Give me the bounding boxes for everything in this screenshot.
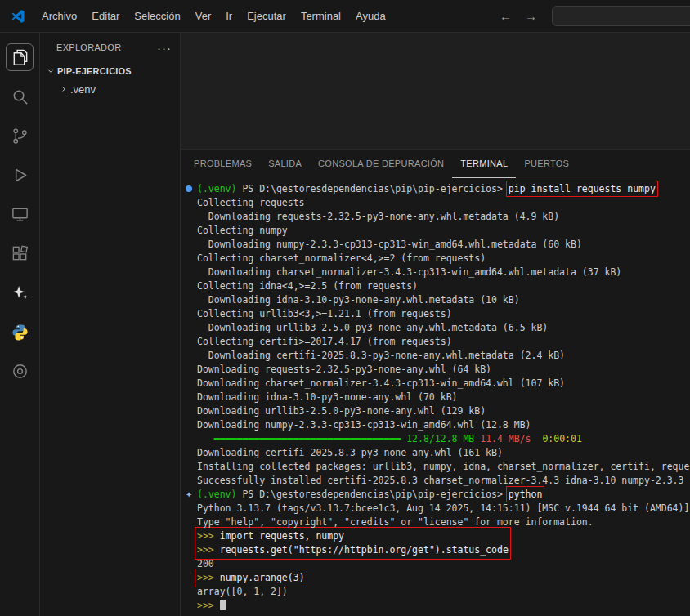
panel-tab-problemas[interactable]: PROBLEMAS (186, 150, 260, 178)
terminal-line: (.venv) PS D:\gestoresdependencias\pip\p… (197, 182, 690, 196)
menu-terminal[interactable]: Terminal (293, 7, 348, 25)
terminal-text: Successfully installed certifi-2025.8.3 … (197, 475, 683, 486)
terminal-text: Collecting idna<4,>=2.5 (from requests) (197, 280, 418, 292)
terminal-text: Python 3.13.7 (tags/v3.13.7:bcee1c3, Aug… (197, 502, 689, 514)
folder-pip-ejercicios[interactable]: PIP-EJERCICIOS (40, 62, 180, 80)
python-extension-icon[interactable] (0, 312, 39, 351)
terminal-line: ✦(.venv) PS D:\gestoresdependencias\pip\… (197, 488, 690, 502)
annotated-command-text: pip install requests numpy (509, 183, 656, 194)
back-icon[interactable]: ← (500, 9, 512, 23)
search-icon[interactable] (0, 77, 39, 116)
terminal-line: >>> (197, 599, 690, 613)
menu-ir[interactable]: Ir (218, 7, 240, 25)
more-actions-icon[interactable]: ··· (157, 41, 172, 55)
terminal-text: Installing collected packages: urllib3, … (197, 461, 689, 472)
terminal-line: Type "help", "copyright", "credits" or "… (197, 516, 690, 529)
menu-ver[interactable]: Ver (188, 7, 219, 25)
vscode-window: ArchivoEditarSelecciónVerIrEjecutarTermi… (0, 0, 690, 616)
nav-arrows: ← → (500, 9, 552, 23)
folder-venv[interactable]: .venv (40, 80, 180, 98)
terminal-text: requests.get("https://httpbin.org/get").… (220, 544, 509, 556)
terminal-line: Collecting charset_normalizer<4,>=2 (fro… (197, 252, 690, 266)
terminal-line: Downloading charset_normalizer-3.4.3-cp3… (197, 377, 690, 391)
terminal-text: (.venv) (197, 489, 236, 500)
terminal-line: Downloading charset_normalizer-3.4.3-cp3… (197, 266, 690, 279)
terminal-text: ━━━━━━━━━━━━━━━━━━━━━━━━━━━━━━━━━ (214, 433, 401, 444)
panel-tab-consola-de-depuracio-n[interactable]: CONSOLA DE DEPURACIÓN (310, 150, 452, 178)
terminal-line: Downloading urllib3-2.5.0-py3-none-any.w… (197, 321, 690, 335)
extension-misc-icon[interactable] (0, 351, 39, 391)
terminal-text (197, 433, 214, 444)
terminal-line: 200 (197, 557, 690, 571)
command-center-search[interactable] (552, 6, 690, 26)
terminal-text: PS D:\gestoresdependencias\pip\pip-ejerc… (236, 183, 508, 194)
panel-tabs: PROBLEMASSALIDACONSOLA DE DEPURACIÓNTERM… (181, 150, 690, 178)
menu-ejecutar[interactable]: Ejecutar (240, 7, 293, 25)
terminal-text: Downloading certifi-2025.8.3-py3-none-an… (197, 350, 565, 361)
terminal-cursor (220, 600, 226, 610)
terminal-line: array([0, 1, 2]) (197, 585, 690, 599)
terminal-text: import requests, numpy (220, 530, 344, 542)
terminal-line: Downloading certifi-2025.8.3-py3-none-an… (197, 349, 690, 363)
terminal-text: Downloading requests-2.32.5-py3-none-any… (197, 211, 559, 222)
terminal-line: >>> requests.get("https://httpbin.org/ge… (197, 543, 509, 557)
menu-archivo[interactable]: Archivo (34, 7, 84, 25)
main-area: PROBLEMASSALIDACONSOLA DE DEPURACIÓNTERM… (181, 33, 690, 616)
terminal-line: Downloading certifi-2025.8.3-py3-none-an… (197, 446, 690, 460)
terminal-text: Downloading charset_normalizer-3.4.3-cp3… (197, 266, 621, 278)
panel-tab-puertos[interactable]: PUERTOS (516, 150, 577, 178)
terminal-text: 0:00:01 (531, 433, 582, 444)
panel-tab-terminal[interactable]: TERMINAL (452, 150, 516, 178)
terminal-text: Downloading numpy-2.3.3-cp313-cp313-win_… (197, 239, 582, 250)
activity-bar (0, 33, 40, 616)
terminal-line: Downloading requests-2.32.5-py3-none-any… (197, 363, 690, 377)
command-decoration-circle-icon[interactable] (186, 185, 192, 192)
terminal-line: Downloading numpy-2.3.3-cp313-cp313-win_… (197, 418, 690, 432)
terminal-line: Collecting certifi>=2017.4.17 (from requ… (197, 335, 690, 349)
vscode-logo-icon (10, 8, 26, 25)
explorer-icon[interactable] (0, 38, 39, 77)
terminal-text: numpy.arange(3) (220, 572, 305, 583)
chevron-right-icon (57, 85, 70, 93)
remote-explorer-icon[interactable] (0, 194, 39, 234)
terminal-text: Downloading idna-3.10-py3-none-any.whl.m… (197, 294, 520, 306)
terminal-text: Downloading charset_normalizer-3.4.3-cp3… (197, 377, 565, 389)
terminal-text: Downloading urllib3-2.5.0-py3-none-any.w… (197, 405, 486, 417)
run-debug-icon[interactable] (0, 155, 39, 194)
terminal-line: Downloading urllib3-2.5.0-py3-none-any.w… (197, 404, 690, 418)
menu-editar[interactable]: Editar (84, 7, 127, 25)
terminal-output[interactable]: (.venv) PS D:\gestoresdependencias\pip\p… (181, 178, 690, 616)
ai-sparkle-icon[interactable] (0, 273, 39, 312)
workbench: EXPLORADOR ··· PIP-EJERCICIOS .venv PROB… (0, 33, 690, 616)
forward-icon[interactable]: → (525, 9, 537, 23)
terminal-text: array([0, 1, 2]) (197, 586, 288, 597)
command-decoration-sparkle-icon[interactable]: ✦ (186, 488, 192, 502)
panel-tab-salida[interactable]: SALIDA (260, 150, 310, 178)
terminal-text: Collecting requests (197, 197, 305, 208)
terminal-line: Downloading idna-3.10-py3-none-any.whl (… (197, 391, 690, 404)
terminal-text: >>> (197, 544, 220, 556)
terminal-line: ━━━━━━━━━━━━━━━━━━━━━━━━━━━━━━━━━ 12.8/1… (197, 432, 690, 446)
terminal-line: Downloading idna-3.10-py3-none-any.whl.m… (197, 293, 690, 307)
venv-folder-label: .venv (70, 83, 96, 96)
menu-seleccion[interactable]: Selección (127, 7, 187, 25)
terminal-line: Installing collected packages: urllib3, … (197, 460, 690, 474)
editor-area-empty (181, 33, 690, 149)
red-annotation-box: >>> import requests, numpy>>> requests.g… (197, 529, 509, 557)
terminal-text: 200 (197, 558, 214, 569)
source-control-icon[interactable] (0, 116, 39, 155)
terminal-line: Collecting requests (197, 196, 690, 210)
terminal-text: Collecting charset_normalizer<4,>=2 (fro… (197, 252, 486, 264)
terminal-text: Downloading certifi-2025.8.3-py3-none-an… (197, 447, 503, 458)
explorer-sidebar: EXPLORADOR ··· PIP-EJERCICIOS .venv (40, 33, 181, 616)
terminal-text: 11.4 MB/s (474, 433, 531, 444)
terminal-text: Collecting certifi>=2017.4.17 (from requ… (197, 336, 452, 347)
terminal-line: Collecting numpy (197, 224, 690, 238)
menu-bar: ArchivoEditarSelecciónVerIrEjecutarTermi… (34, 7, 393, 25)
bottom-panel: PROBLEMASSALIDACONSOLA DE DEPURACIÓNTERM… (181, 149, 690, 616)
terminal-text: >>> (197, 600, 220, 611)
terminal-text: (.venv) (197, 183, 236, 194)
menu-ayuda[interactable]: Ayuda (348, 7, 393, 25)
terminal-line: Collecting idna<4,>=2.5 (from requests) (197, 279, 690, 293)
extensions-icon[interactable] (0, 234, 39, 273)
